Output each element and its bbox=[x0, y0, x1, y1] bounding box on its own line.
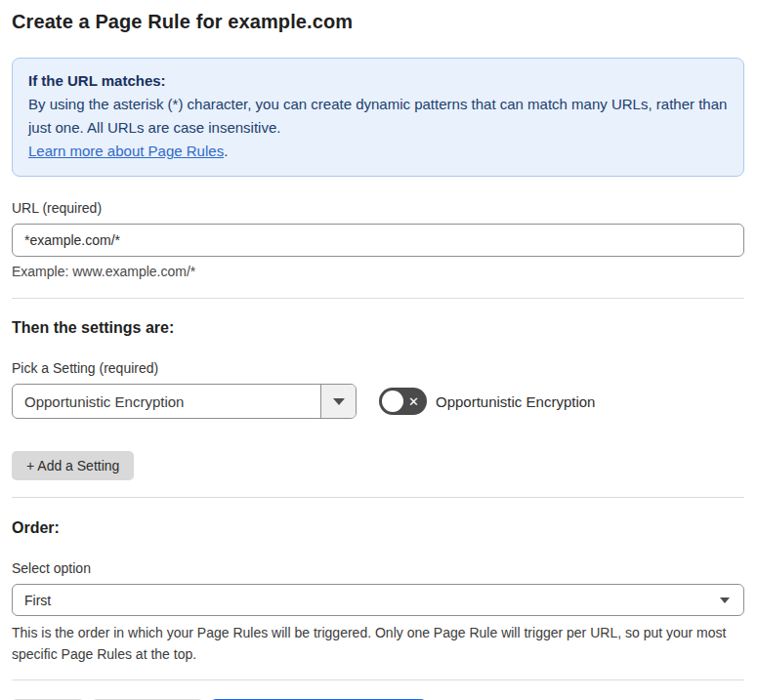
url-matches-info-box: If the URL matches: By using the asteris… bbox=[12, 58, 744, 177]
toggle-label: Opportunistic Encryption bbox=[436, 393, 595, 410]
chevron-down-icon bbox=[333, 398, 345, 405]
order-help-text: This is the order in which your Page Rul… bbox=[12, 622, 744, 665]
toggle-off-x-icon: ✕ bbox=[408, 395, 419, 408]
url-field-label: URL (required) bbox=[12, 200, 744, 216]
settings-section-heading: Then the settings are: bbox=[12, 319, 744, 337]
learn-more-link[interactable]: Learn more about Page Rules bbox=[28, 143, 224, 159]
setting-select-arrow-button[interactable] bbox=[320, 385, 356, 418]
divider bbox=[12, 298, 744, 299]
url-input[interactable] bbox=[12, 224, 744, 257]
divider bbox=[12, 679, 744, 680]
link-suffix: . bbox=[224, 143, 228, 159]
setting-select[interactable]: Opportunistic Encryption bbox=[12, 384, 357, 419]
setting-row: Opportunistic Encryption ✕ Opportunistic… bbox=[12, 384, 744, 419]
divider bbox=[12, 497, 744, 498]
info-box-link-row: Learn more about Page Rules. bbox=[28, 140, 728, 163]
order-select-value: First bbox=[24, 593, 720, 608]
setting-picker-label: Pick a Setting (required) bbox=[12, 360, 744, 376]
add-setting-button[interactable]: + Add a Setting bbox=[12, 451, 134, 480]
url-example-text: Example: www.example.com/* bbox=[12, 264, 744, 279]
toggle-knob bbox=[382, 391, 403, 412]
page-title: Create a Page Rule for example.com bbox=[12, 11, 744, 33]
order-select[interactable]: First bbox=[12, 584, 744, 616]
order-section-heading: Order: bbox=[12, 519, 744, 537]
order-select-label: Select option bbox=[12, 560, 744, 576]
setting-select-value: Opportunistic Encryption bbox=[13, 385, 320, 418]
info-box-body: By using the asterisk (*) character, you… bbox=[28, 93, 728, 140]
opportunistic-encryption-toggle[interactable]: ✕ bbox=[379, 388, 427, 415]
info-box-heading: If the URL matches: bbox=[28, 69, 728, 93]
chevron-down-icon bbox=[720, 597, 730, 603]
